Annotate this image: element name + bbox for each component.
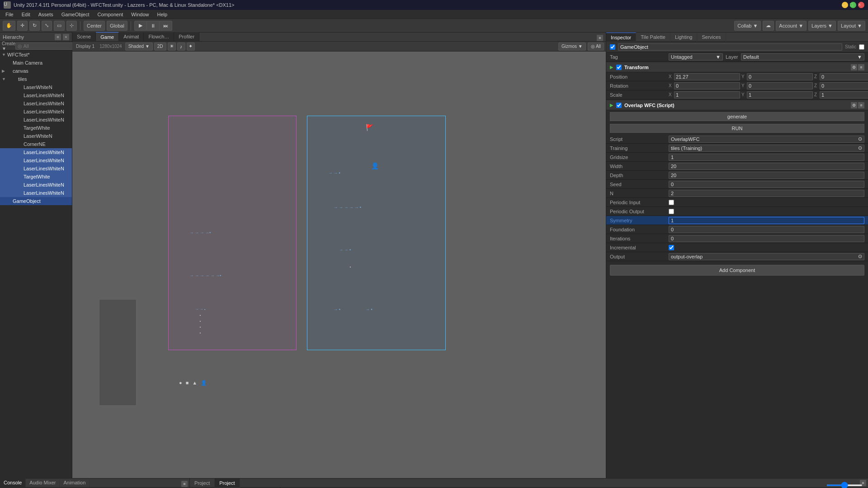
tab-flow[interactable]: Flowch… bbox=[144, 32, 174, 41]
pivot-center-btn[interactable]: Center bbox=[84, 21, 105, 31]
gameobject-active-checkbox[interactable] bbox=[610, 44, 615, 50]
hierarchy-item-lw1[interactable]: LaserWhiteN bbox=[0, 83, 72, 91]
hierarchy-create-btn[interactable]: Create ▼ bbox=[2, 41, 15, 51]
inspector-tab-inspector[interactable]: Inspector bbox=[606, 33, 636, 42]
hierarchy-item-maincamera[interactable]: Main Camera bbox=[0, 59, 72, 67]
gizmos-btn[interactable]: Gizmos ▼ bbox=[558, 42, 586, 51]
menu-edit[interactable]: Edit bbox=[18, 11, 34, 18]
console-tab-audio[interactable]: Audio Mixer bbox=[26, 478, 60, 487]
periodic-output-checkbox[interactable] bbox=[669, 209, 674, 214]
incremental-checkbox[interactable] bbox=[669, 245, 674, 250]
scene-viewport[interactable]: → → → →• → → → → → →• → → • • • • • → → … bbox=[72, 52, 606, 478]
tab-profiler[interactable]: Profiler bbox=[174, 32, 199, 41]
effects-btn[interactable]: ✦ bbox=[187, 42, 195, 51]
hierarchy-item-wfctest[interactable]: ▼ WFCTest* bbox=[0, 51, 72, 59]
rect-tool[interactable]: ▭ bbox=[54, 21, 65, 31]
hierarchy-item-llw8[interactable]: LaserLinesWhiteN bbox=[0, 181, 72, 189]
hierarchy-item-cne[interactable]: CornerNE bbox=[0, 140, 72, 148]
menu-component[interactable]: Component bbox=[94, 11, 127, 18]
minimize-btn[interactable]: – bbox=[842, 2, 848, 8]
hierarchy-item-tw2[interactable]: TargetWhite bbox=[0, 173, 72, 181]
generate-btn[interactable]: generate bbox=[610, 112, 864, 121]
hierarchy-item-gameobject[interactable]: GameObject bbox=[0, 197, 72, 205]
scale-z[interactable] bbox=[820, 91, 868, 99]
foundation-field[interactable] bbox=[669, 226, 864, 233]
transform-tool[interactable]: ⊹ bbox=[66, 21, 77, 31]
hierarchy-item-tiles[interactable]: ▼ tiles bbox=[0, 75, 72, 83]
2d-btn[interactable]: 2D bbox=[154, 42, 166, 51]
hierarchy-item-lw2[interactable]: LaserWhiteN bbox=[0, 132, 72, 140]
gridsize-field[interactable] bbox=[669, 154, 864, 161]
step-btn[interactable]: ⏭ bbox=[160, 21, 172, 31]
tag-dropdown[interactable]: Untagged ▼ bbox=[669, 53, 723, 61]
menu-help[interactable]: Help bbox=[153, 11, 171, 18]
transform-settings-btn[interactable]: ⚙ bbox=[851, 64, 857, 70]
scene-menu-btn[interactable]: ≡ bbox=[597, 35, 603, 41]
layers-btn[interactable]: Layers ▼ bbox=[808, 21, 836, 31]
hierarchy-item-llw3[interactable]: LaserLinesWhiteN bbox=[0, 108, 72, 116]
layout-btn[interactable]: Layout ▼ bbox=[838, 21, 865, 31]
hierarchy-menu-btn[interactable]: ≡ bbox=[55, 34, 61, 40]
menu-file[interactable]: File bbox=[2, 11, 17, 18]
console-tab-anim[interactable]: Animation bbox=[60, 478, 90, 487]
sound-btn[interactable]: ♪ bbox=[177, 42, 185, 51]
all-filter-btn[interactable]: ◎ All bbox=[588, 42, 604, 51]
hierarchy-item-canvas[interactable]: ▶ canvas bbox=[0, 67, 72, 75]
hierarchy-item-llw9[interactable]: LaserLinesWhiteN bbox=[0, 189, 72, 197]
scale-x[interactable] bbox=[674, 91, 740, 99]
shaded-btn[interactable]: Shaded ▼ bbox=[125, 42, 153, 51]
light-btn[interactable]: ☀ bbox=[168, 42, 176, 51]
account-btn[interactable]: Account ▼ bbox=[776, 21, 807, 31]
training-dropdown[interactable]: tiles (Training) ⊙ bbox=[669, 145, 864, 152]
script-dropdown[interactable]: OverlapWFC ⊙ bbox=[669, 136, 864, 143]
static-checkbox[interactable] bbox=[859, 44, 864, 50]
menu-assets[interactable]: Assets bbox=[35, 11, 57, 18]
transform-active-checkbox[interactable] bbox=[616, 65, 622, 70]
hierarchy-item-llw7[interactable]: LaserLinesWhiteN bbox=[0, 164, 72, 173]
add-component-btn[interactable]: Add Component bbox=[610, 265, 864, 276]
project-tab-2[interactable]: Project bbox=[215, 479, 240, 488]
wfc-active-checkbox[interactable] bbox=[616, 103, 622, 108]
cloud-btn[interactable]: ☁ bbox=[763, 21, 774, 31]
hierarchy-item-llw1[interactable]: LaserLinesWhiteN bbox=[0, 91, 72, 99]
position-z[interactable] bbox=[820, 73, 868, 80]
collab-btn[interactable]: Collab ▼ bbox=[734, 21, 761, 31]
inspector-tab-services[interactable]: Services bbox=[697, 33, 726, 42]
wfc-menu-btn[interactable]: ≡ bbox=[858, 102, 864, 108]
hierarchy-item-llw2[interactable]: LaserLinesWhiteN bbox=[0, 99, 72, 108]
maximize-btn[interactable]: □ bbox=[850, 2, 856, 8]
scale-y[interactable] bbox=[747, 91, 813, 99]
layer-dropdown[interactable]: Default ▼ bbox=[741, 53, 864, 61]
symmetry-field[interactable] bbox=[669, 217, 864, 224]
move-tool[interactable]: ✛ bbox=[17, 21, 28, 31]
position-x[interactable] bbox=[674, 73, 740, 80]
tab-anim[interactable]: Animat bbox=[119, 32, 144, 41]
scale-tool[interactable]: ⤡ bbox=[42, 21, 52, 31]
pause-btn[interactable]: ⏸ bbox=[147, 21, 160, 31]
tab-game[interactable]: Game bbox=[96, 32, 119, 41]
rotation-x[interactable] bbox=[674, 82, 740, 89]
transform-menu-btn[interactable]: ≡ bbox=[858, 64, 864, 70]
console-menu-btn[interactable]: ≡ bbox=[181, 481, 188, 487]
run-btn[interactable]: RUN bbox=[610, 124, 864, 133]
periodic-input-checkbox[interactable] bbox=[669, 200, 674, 205]
iterations-field[interactable] bbox=[669, 235, 864, 242]
project-tab-1[interactable]: Project bbox=[190, 479, 215, 488]
rotation-y[interactable] bbox=[747, 82, 813, 89]
width-field[interactable] bbox=[669, 163, 864, 170]
hierarchy-item-tw1[interactable]: TargetWhite bbox=[0, 124, 72, 132]
play-btn[interactable]: ▶ bbox=[134, 21, 147, 31]
hand-tool[interactable]: ✋ bbox=[3, 21, 15, 31]
console-tab-console[interactable]: Console bbox=[0, 478, 26, 487]
gameobject-name-field[interactable] bbox=[618, 43, 842, 51]
tab-scene[interactable]: Scene bbox=[72, 32, 96, 41]
hierarchy-item-llw5[interactable]: LaserLinesWhiteN bbox=[0, 148, 72, 156]
inspector-tab-lighting[interactable]: Lighting bbox=[670, 33, 698, 42]
hierarchy-close-btn[interactable]: × bbox=[63, 34, 69, 40]
close-btn[interactable]: × bbox=[858, 2, 864, 8]
menu-window[interactable]: Window bbox=[127, 11, 152, 18]
depth-field[interactable] bbox=[669, 172, 864, 179]
rotate-tool[interactable]: ↻ bbox=[29, 21, 40, 31]
seed-field[interactable] bbox=[669, 181, 864, 188]
output-dropdown[interactable]: output-overlap ⊙ bbox=[669, 253, 864, 260]
